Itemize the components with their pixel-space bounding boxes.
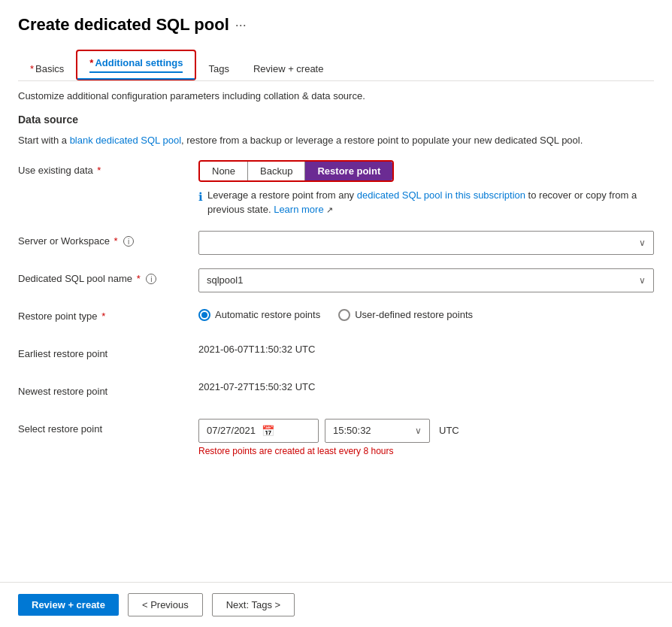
radio-user-defined-label: User-defined restore points <box>355 309 473 320</box>
restore-point-date-time-row: 07/27/2021 📅 15:50:32 ∨ UTC <box>198 419 654 443</box>
sql-pool-name-dropdown[interactable]: sqlpool1 ∨ <box>198 268 654 292</box>
use-existing-data-row: Use existing data * None Backup Restore … <box>18 160 654 217</box>
earliest-restore-value: 2021-06-07T11:50:32 UTC <box>198 339 315 355</box>
server-workspace-dropdown[interactable]: ∨ <box>198 231 654 255</box>
earliest-restore-row: Earliest restore point 2021-06-07T11:50:… <box>18 344 654 368</box>
radio-automatic-label: Automatic restore points <box>215 309 320 320</box>
select-restore-row: Select restore point 07/27/2021 📅 15:50:… <box>18 419 654 456</box>
select-restore-label: Select restore point <box>18 419 198 435</box>
sql-pool-name-value: sqlpool1 <box>207 274 243 286</box>
radio-user-defined[interactable]: User-defined restore points <box>338 309 473 321</box>
utc-label: UTC <box>439 425 459 436</box>
newest-restore-label: Newest restore point <box>18 381 198 397</box>
section-title-data-source: Data source <box>18 114 654 126</box>
page-description: Customize additional configuration param… <box>18 90 654 101</box>
next-button[interactable]: Next: Tags > <box>212 593 295 616</box>
restore-hint-text: Restore points are created at least ever… <box>198 446 654 456</box>
restore-type-radio-group: Automatic restore points User-defined re… <box>198 306 654 321</box>
data-source-toggle-group: None Backup Restore point <box>198 160 394 182</box>
radio-automatic-circle <box>198 309 210 321</box>
earliest-restore-label: Earliest restore point <box>18 344 198 359</box>
server-workspace-label: Server or Workspace * i <box>18 231 198 247</box>
tab-additional-settings[interactable]: *Additional settings <box>76 50 196 80</box>
toggle-restore-button[interactable]: Restore point <box>305 162 392 180</box>
server-info-icon[interactable]: i <box>123 236 134 247</box>
newest-restore-value: 2021-07-27T15:50:32 UTC <box>198 377 315 392</box>
tab-review-create[interactable]: Review + create <box>241 57 336 80</box>
restore-time-dropdown[interactable]: 15:50:32 ∨ <box>325 419 430 443</box>
server-workspace-row: Server or Workspace * i ∨ <box>18 231 654 255</box>
tab-basics[interactable]: *Basics <box>18 57 76 80</box>
sql-pool-name-control: sqlpool1 ∨ <box>198 268 654 292</box>
restore-info-box: ℹ Leverage a restore point from any dedi… <box>198 188 654 217</box>
restore-date-input[interactable]: 07/27/2021 📅 <box>198 419 319 443</box>
server-dropdown-arrow-icon: ∨ <box>639 238 646 248</box>
page-title: Create dedicated SQL pool <box>18 15 229 35</box>
footer: Review + create < Previous Next: Tags > <box>0 582 672 627</box>
radio-automatic[interactable]: Automatic restore points <box>198 309 320 321</box>
earliest-restore-control: 2021-06-07T11:50:32 UTC <box>198 344 654 355</box>
learn-more-link[interactable]: Learn more <box>274 204 323 215</box>
previous-button[interactable]: < Previous <box>128 593 203 616</box>
ellipsis-menu-icon[interactable]: ··· <box>235 17 247 33</box>
time-dropdown-arrow-icon: ∨ <box>415 426 422 436</box>
restore-point-type-control: Automatic restore points User-defined re… <box>198 306 654 321</box>
blank-pool-link[interactable]: blank dedicated SQL pool <box>70 135 181 146</box>
use-existing-control: None Backup Restore point ℹ Leverage a r… <box>198 160 654 217</box>
tabs-bar: *Basics *Additional settings Tags Review… <box>18 50 654 81</box>
restore-date-value: 07/27/2021 <box>207 425 256 436</box>
tab-tags[interactable]: Tags <box>196 57 241 80</box>
restore-time-value: 15:50:32 <box>333 425 371 436</box>
use-existing-label: Use existing data * <box>18 160 198 176</box>
server-workspace-control: ∨ <box>198 231 654 255</box>
restore-point-type-row: Restore point type * Automatic restore p… <box>18 306 654 330</box>
restore-point-type-label: Restore point type * <box>18 306 198 322</box>
radio-user-defined-circle <box>338 309 350 321</box>
subscription-pool-link[interactable]: dedicated SQL pool in this subscription <box>357 189 525 201</box>
sql-pool-name-row: Dedicated SQL pool name * i sqlpool1 ∨ <box>18 268 654 292</box>
calendar-icon: 📅 <box>262 425 274 437</box>
select-restore-control: 07/27/2021 📅 15:50:32 ∨ UTC Restore poin… <box>198 419 654 456</box>
toggle-none-button[interactable]: None <box>200 162 248 180</box>
toggle-backup-button[interactable]: Backup <box>248 162 305 180</box>
info-icon: ℹ <box>198 189 203 206</box>
newest-restore-control: 2021-07-27T15:50:32 UTC <box>198 381 654 392</box>
sql-pool-name-label: Dedicated SQL pool name * i <box>18 268 198 285</box>
newest-restore-row: Newest restore point 2021-07-27T15:50:32… <box>18 381 654 405</box>
review-create-button[interactable]: Review + create <box>18 594 119 616</box>
pool-name-info-icon[interactable]: i <box>146 274 156 284</box>
pool-dropdown-arrow-icon: ∨ <box>639 275 646 286</box>
datasource-description: Start with a blank dedicated SQL pool, r… <box>18 133 654 148</box>
